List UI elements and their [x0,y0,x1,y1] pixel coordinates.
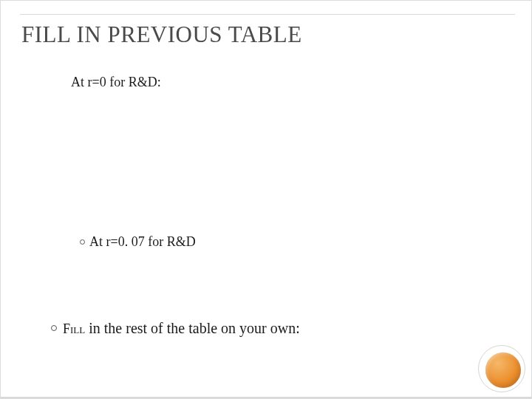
hollow-bullet-icon [51,325,57,331]
hollow-bullet-icon [80,239,85,245]
line3-prefix: Fill [63,321,85,336]
decorative-orb [477,344,521,388]
bottom-rule [1,397,531,398]
slide: FILL IN PREVIOUS TABLE At r=0 for R&D: A… [0,0,532,399]
body-line-3: Fill in the rest of the table on your ow… [51,320,300,337]
line3-rest: in the rest of the table on your own: [85,320,300,336]
body-line-1: At r=0 for R&D: [71,75,161,90]
slide-title: FILL IN PREVIOUS TABLE [21,21,302,48]
orb-fill-icon [485,352,521,388]
sub-bullet-line: At r=0. 07 for R&D [80,234,196,250]
title-rule [20,14,515,15]
sub-bullet-text: At r=0. 07 for R&D [89,234,196,249]
